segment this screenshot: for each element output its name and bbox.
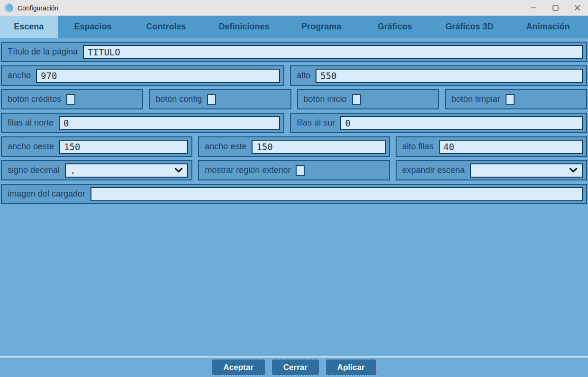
credits-button-group: botón créditos — [1, 89, 143, 109]
page-title-input[interactable] — [83, 45, 583, 59]
loader-image-group: imagen del cargador — [1, 184, 587, 204]
east-width-group: ancho este — [198, 136, 389, 157]
loader-image-input[interactable] — [90, 187, 583, 201]
config-button-group: botón config — [149, 89, 291, 109]
form-row: signo decimal . mostrar región exterior … — [1, 160, 587, 180]
south-rows-group: filas al sur — [290, 113, 587, 133]
close-icon — [574, 5, 580, 11]
tab-espacios[interactable]: Espacios — [58, 16, 128, 38]
show-exterior-region-group: mostrar región exterior — [198, 160, 389, 180]
width-group: ancho — [1, 65, 284, 86]
north-rows-input[interactable] — [59, 116, 280, 130]
close-dialog-button[interactable]: Cerrar — [271, 359, 319, 376]
tab-bar: Escena Espacios Controles Definiciones P… — [0, 16, 588, 38]
config-button-label: botón config — [155, 94, 202, 104]
minimize-icon — [531, 5, 537, 11]
start-button-label: botón inicio — [304, 94, 347, 104]
tab-graficos-3d[interactable]: Gráficos 3D — [431, 16, 508, 38]
footer-button-bar: Aceptar Cerrar Aplicar — [0, 358, 588, 377]
apply-button[interactable]: Aplicar — [326, 359, 377, 376]
form-row: Título de la página — [1, 42, 587, 62]
height-label: alto — [297, 71, 310, 81]
west-width-group: ancho oeste — [1, 136, 192, 157]
tab-animacion[interactable]: Animación — [508, 16, 588, 38]
width-input[interactable] — [36, 69, 280, 83]
page-title-group: Título de la página — [1, 42, 587, 62]
clear-button-label: botón limpiar — [452, 94, 500, 104]
tab-escena[interactable]: Escena — [0, 16, 58, 38]
form-row: botón créditos botón config botón inicio… — [1, 89, 587, 109]
form-row: ancho alto — [1, 65, 587, 86]
show-exterior-region-checkbox[interactable] — [296, 165, 305, 176]
form-row: filas al norte filas al sur — [1, 113, 587, 133]
tab-definiciones[interactable]: Definiciones — [204, 16, 284, 38]
page-title-label: Título de la página — [8, 47, 78, 57]
expand-scene-label: expandir escena — [402, 165, 465, 175]
tab-programa[interactable]: Programa — [284, 16, 359, 38]
tab-graficos[interactable]: Gráficos — [359, 16, 431, 38]
clear-button-checkbox[interactable] — [506, 94, 515, 105]
show-exterior-region-label: mostrar región exterior — [205, 165, 290, 175]
descartes-logo-icon — [3, 3, 14, 13]
credits-button-label: botón créditos — [8, 94, 61, 104]
config-button-checkbox[interactable] — [207, 94, 216, 105]
east-width-label: ancho este — [205, 142, 246, 152]
chevron-down-icon — [569, 168, 578, 173]
tab-controles[interactable]: Controles — [128, 16, 204, 38]
north-rows-label: filas al norte — [8, 118, 54, 128]
north-rows-group: filas al norte — [1, 113, 284, 133]
row-height-label: alto filas — [402, 142, 434, 152]
south-rows-label: filas al sur — [297, 118, 335, 128]
credits-button-checkbox[interactable] — [66, 94, 75, 105]
decimal-sign-group: signo decimal . — [1, 160, 192, 180]
height-group: alto — [290, 65, 587, 86]
height-input[interactable] — [316, 69, 583, 83]
minimize-button[interactable] — [523, 0, 544, 16]
row-height-group: alto filas — [396, 136, 587, 157]
clear-button-group: botón limpiar — [445, 89, 587, 109]
decimal-sign-label: signo decimal — [8, 165, 60, 175]
row-height-input[interactable] — [439, 140, 583, 154]
start-button-group: botón inicio — [297, 89, 439, 109]
window-controls — [523, 0, 588, 16]
close-button[interactable] — [566, 0, 588, 16]
form-row: ancho oeste ancho este alto filas — [1, 136, 587, 157]
west-width-input[interactable] — [59, 140, 188, 154]
expand-scene-select[interactable] — [470, 163, 583, 178]
start-button-checkbox[interactable] — [352, 94, 361, 105]
form-row: imagen del cargador — [1, 184, 587, 204]
scene-settings-form: Título de la página ancho alto botón cré… — [0, 38, 588, 377]
width-label: ancho — [8, 71, 31, 81]
maximize-button[interactable] — [544, 0, 566, 16]
decimal-sign-value: . — [70, 165, 75, 176]
titlebar: Configuración — [0, 0, 588, 16]
chevron-down-icon — [174, 168, 183, 173]
south-rows-input[interactable] — [340, 116, 583, 130]
decimal-sign-select[interactable]: . — [65, 163, 188, 178]
maximize-icon — [552, 5, 559, 11]
empty-area — [0, 207, 588, 356]
west-width-label: ancho oeste — [8, 142, 54, 152]
east-width-input[interactable] — [252, 140, 385, 154]
configuration-window: Configuración Escena Espacios — [0, 0, 588, 377]
loader-image-label: imagen del cargador — [8, 189, 85, 199]
expand-scene-group: expandir escena — [396, 160, 587, 180]
accept-button[interactable]: Aceptar — [212, 359, 265, 376]
window-title: Configuración — [18, 4, 58, 12]
